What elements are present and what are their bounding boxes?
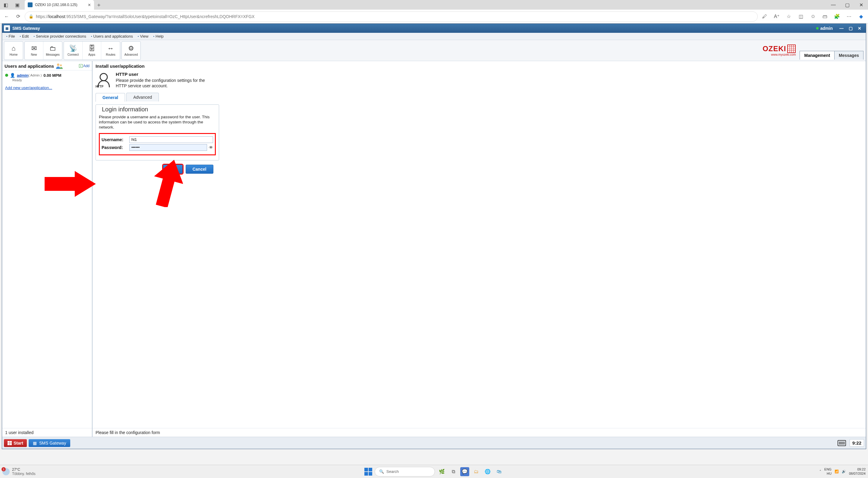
config-tabs: General Advanced xyxy=(93,93,866,101)
app-task-button[interactable]: ▦ SMS Gateway xyxy=(29,439,70,447)
taskbar-app-1[interactable]: 🌿 xyxy=(437,467,446,476)
toolbar-messages-button[interactable]: 🗀Messages xyxy=(43,41,62,60)
app-body: Users and applications +Add 👤 admin ( Ad… xyxy=(2,61,866,437)
tab-advanced[interactable]: Advanced xyxy=(126,93,159,101)
annotation-arrow-right xyxy=(44,171,96,197)
task-app-icon: ▦ xyxy=(33,441,37,445)
sidebar: Users and applications +Add 👤 admin ( Ad… xyxy=(2,61,93,437)
right-tabs: Management Messages xyxy=(800,51,864,60)
tab-messages[interactable]: Messages xyxy=(834,51,864,60)
sidebar-add-button[interactable]: +Add xyxy=(79,64,90,68)
button-row: Ok ↖ Cancel xyxy=(163,165,866,174)
language-indicator[interactable]: ENG HU xyxy=(824,468,832,475)
menu-service-connections[interactable]: Service provider connections xyxy=(31,34,88,38)
fieldset-legend: Login information xyxy=(101,106,149,113)
back-button[interactable]: ← xyxy=(2,12,11,21)
current-user[interactable]: admin xyxy=(820,26,833,31)
favorites-bar-icon[interactable]: ✩ xyxy=(808,11,818,22)
brand-text: OZEKI xyxy=(763,44,786,53)
taskbar-app-taskview[interactable]: ⧉ xyxy=(449,467,458,476)
app-taskbar: Start ▦ SMS Gateway 9:22 xyxy=(2,437,866,449)
tab-general[interactable]: General xyxy=(96,93,125,102)
svg-point-0 xyxy=(57,64,59,66)
taskbar-app-explorer[interactable]: 🗂 xyxy=(472,467,481,476)
text-size-icon[interactable]: A⁺ xyxy=(772,11,782,22)
sidebar-header: Users and applications +Add xyxy=(2,61,92,70)
search-icon: 🔍 xyxy=(379,469,384,474)
toolbar-new-button[interactable]: ✉New xyxy=(25,41,43,60)
keyboard-icon[interactable] xyxy=(838,440,846,446)
tray-chevron-icon[interactable]: ˄ xyxy=(819,470,821,474)
favicon-icon xyxy=(28,2,33,7)
window-maximize-button[interactable]: ▢ xyxy=(840,0,854,10)
menu-file[interactable]: File xyxy=(4,34,18,38)
volume-icon[interactable]: 🔊 xyxy=(842,470,846,474)
read-aloud-icon[interactable]: 🖊 xyxy=(760,11,770,22)
favorite-icon[interactable]: ☆ xyxy=(784,11,794,22)
app-close-button[interactable]: ✕ xyxy=(855,25,864,32)
app-icon: ▦ xyxy=(4,25,10,31)
main-footer: Please fill in the configuration form xyxy=(93,428,866,437)
window-minimize-button[interactable]: — xyxy=(827,0,840,10)
taskbar-right: ˄ ENG HU 📶 🔊 09:22 08/07/2024 xyxy=(819,468,866,475)
more-icon[interactable]: ⋯ xyxy=(844,11,854,22)
new-tab-button[interactable]: ＋ xyxy=(94,1,104,8)
toolbar-home-button[interactable]: ⌂Home xyxy=(4,41,23,60)
brand-logo: OZEKI www.myozeki.com xyxy=(763,44,796,56)
app-titlebar: ▦ SMS Gateway admin — ▢ ✕ xyxy=(2,24,866,33)
username-label: Username: xyxy=(101,137,127,142)
start-menu-button[interactable] xyxy=(364,468,372,476)
split-icon[interactable]: ◫ xyxy=(796,11,806,22)
refresh-button[interactable]: ⟳ xyxy=(13,12,23,21)
url-prefix: https:// xyxy=(36,14,49,19)
user-name-link[interactable]: admin xyxy=(17,73,28,78)
window-close-button[interactable]: ✕ xyxy=(854,0,868,10)
toolbar-connect-button[interactable]: 📡Connect xyxy=(64,41,83,60)
add-user-link[interactable]: Add new user/application... xyxy=(2,82,92,94)
http-user-icon: HTTP xyxy=(96,72,112,88)
user-row[interactable]: 👤 admin ( Admin ) 0.00 MPM xyxy=(2,70,92,78)
section-header: HTTP HTTP user Please provide the config… xyxy=(93,70,866,93)
weather-icon: 1 xyxy=(2,468,10,475)
workspaces-icon[interactable]: ▣ xyxy=(13,1,21,9)
start-grid-icon xyxy=(7,441,12,445)
weather-badge: 1 xyxy=(1,467,6,471)
password-input[interactable] xyxy=(129,144,207,151)
sidebar-footer: 1 user installed xyxy=(2,428,92,437)
menu-view[interactable]: View xyxy=(135,34,151,38)
taskbar-search[interactable]: 🔍 Search xyxy=(375,467,435,477)
url-rest: :9515/SMS_Gateway/?a=InstallSoloUser&typ… xyxy=(65,14,254,19)
weather-widget[interactable]: 1 27°C Többny. felhős xyxy=(2,468,36,476)
taskbar-app-store[interactable]: 🛍 xyxy=(495,467,504,476)
username-input[interactable] xyxy=(129,136,213,143)
toolbar-advanced-button[interactable]: ⚙Advanced xyxy=(122,41,141,60)
svg-marker-3 xyxy=(44,171,96,197)
collections-icon[interactable]: 🗃 xyxy=(820,11,830,22)
copilot-icon[interactable]: ◆ xyxy=(856,11,866,22)
app-minimize-button[interactable]: — xyxy=(837,25,846,32)
menu-edit[interactable]: Edit xyxy=(18,34,31,38)
profile-icon[interactable]: ◧ xyxy=(2,1,10,9)
tab-management[interactable]: Management xyxy=(800,51,835,60)
system-clock[interactable]: 09:22 08/07/2024 xyxy=(849,468,866,475)
gear-icon: ⚙ xyxy=(128,44,134,53)
person-icon: 👤 xyxy=(10,73,15,78)
toolbar-routes-button[interactable]: ↔Routes xyxy=(101,41,120,60)
menu-help[interactable]: Help xyxy=(151,34,166,38)
address-bar[interactable]: 🔒 https://localhost:9515/SMS_Gateway/?a=… xyxy=(25,11,758,22)
app-start-button[interactable]: Start xyxy=(4,439,27,447)
wifi-icon[interactable]: 📶 xyxy=(835,470,839,474)
online-dot-icon xyxy=(5,74,8,77)
taskbar-app-chat[interactable]: 💬 xyxy=(460,467,469,476)
toolbar-apps-button[interactable]: 🗄Apps xyxy=(83,41,101,60)
reveal-password-icon[interactable]: 👁 xyxy=(209,145,213,150)
menu-users-apps[interactable]: Users and applications xyxy=(89,34,135,38)
tab-close-icon[interactable]: ✕ xyxy=(88,3,91,7)
cancel-button[interactable]: Cancel xyxy=(186,165,213,174)
taskbar-app-edge[interactable]: 🌐 xyxy=(483,467,492,476)
browser-toolbar: ← ⟳ 🔒 https://localhost:9515/SMS_Gateway… xyxy=(0,10,868,24)
app-maximize-button[interactable]: ▢ xyxy=(846,25,855,32)
extensions-icon[interactable]: 🧩 xyxy=(832,11,842,22)
lock-icon: 🔒 xyxy=(29,14,33,19)
browser-tab[interactable]: OZEKI 10 (192.168.0.125) ✕ xyxy=(25,0,94,10)
